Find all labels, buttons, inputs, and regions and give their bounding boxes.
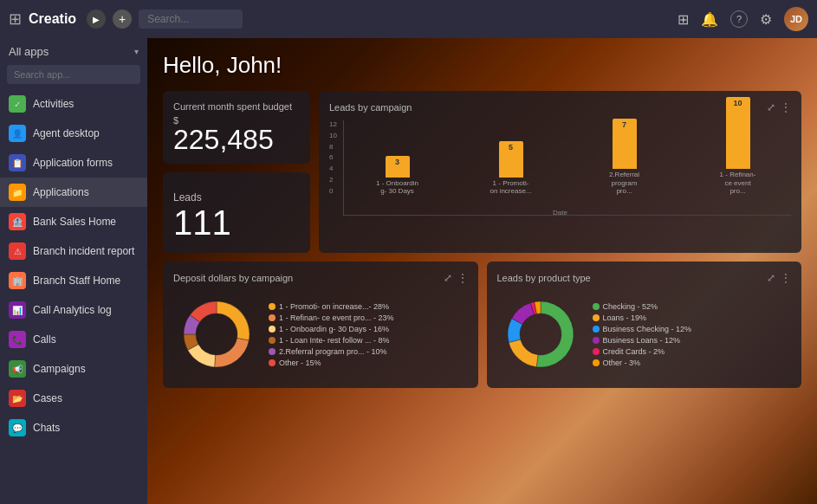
top-navigation: ⊞ Creatio ▶ + ⊞ 🔔 ? ⚙ JD — [0, 0, 817, 38]
sidebar-item-call-analytics[interactable]: 📊 Call Analytics log — [0, 295, 147, 325]
legend-label: 1 - Onboardin g- 30 Days - 16% — [279, 325, 389, 333]
sidebar-item-calls[interactable]: 📞 Calls — [0, 325, 147, 354]
sidebar-icon-call-analytics: 📊 — [9, 301, 26, 319]
product-expand-icon[interactable]: ⤢ — [767, 272, 775, 284]
sidebar-label-branch-staff: Branch Staff Home — [33, 275, 120, 287]
legend-item: 1 - Promoti- on increase...- 28% — [269, 302, 394, 311]
sidebar-label-agent-desktop: Agent desktop — [33, 127, 100, 139]
sidebar-item-chats[interactable]: 💬 Chats — [0, 413, 147, 443]
avatar[interactable]: JD — [784, 7, 808, 31]
deposit-chart-card: Deposit dollars by campaign ⤢ ⋮ — [163, 262, 478, 388]
dashboard-grid: Current month spent budget $ 225,485 Lea… — [163, 91, 801, 388]
legend-item: Loans - 19% — [593, 313, 692, 322]
grid-icon[interactable]: ⊞ — [9, 10, 22, 29]
sidebar-icon-activities: ✓ — [9, 95, 26, 113]
legend-item: Other - 3% — [593, 359, 692, 367]
sidebar-icon-cases: 📂 — [9, 390, 26, 407]
bar-group: 5 1 - Promoti- on increase... — [457, 141, 564, 196]
legend-dot — [269, 303, 276, 310]
product-donut-container: Checking - 52% Loans - 19% Business Chec… — [497, 291, 792, 378]
leads-value: 111 — [173, 204, 300, 242]
deposit-donut-svg — [173, 291, 260, 378]
legend-dot — [593, 359, 600, 366]
donut-segment — [536, 301, 574, 367]
sidebar: All apps ▾ ✓ Activities 👤 Agent desktop … — [0, 38, 147, 504]
bar: 10 — [726, 97, 750, 169]
legend-item: Business Checking - 12% — [593, 325, 692, 333]
sidebar-label-application-forms: Application forms — [33, 157, 113, 169]
sidebar-item-application-forms[interactable]: 📋 Application forms — [0, 148, 147, 178]
product-chart-controls: ⤢ ⋮ — [767, 272, 791, 284]
legend-label: 1 - Refinan- ce event pro... - 23% — [279, 313, 394, 322]
sidebar-item-bank-sales-home[interactable]: 🏦 Bank Sales Home — [0, 207, 147, 236]
sidebar-item-applications[interactable]: 📁 Applications — [0, 178, 147, 207]
budget-card: Current month spent budget $ 225,485 — [163, 91, 310, 164]
legend-item: 1 - Refinan- ce event pro... - 23% — [269, 313, 394, 322]
sidebar-label-calls: Calls — [33, 333, 56, 346]
sidebar-items-list: ✓ Activities 👤 Agent desktop 📋 Applicati… — [0, 89, 147, 504]
legend-dot — [269, 359, 276, 366]
logo-text: Creatio — [29, 11, 76, 27]
deposit-more-icon[interactable]: ⋮ — [457, 272, 468, 284]
deposit-donut-legend: 1 - Promoti- on increase...- 28% 1 - Ref… — [269, 302, 394, 367]
help-icon[interactable]: ? — [730, 10, 748, 28]
search-input[interactable] — [139, 10, 243, 29]
sidebar-label-campaigns: Campaigns — [33, 363, 86, 375]
legend-label: Business Checking - 12% — [603, 325, 692, 333]
sidebar-icon-agent-desktop: 👤 — [9, 125, 26, 142]
legend-dot — [269, 314, 276, 321]
sidebar-search-input[interactable] — [7, 65, 140, 84]
play-button[interactable]: ▶ — [87, 10, 106, 29]
deposit-expand-icon[interactable]: ⤢ — [444, 272, 452, 284]
sidebar-item-branch-incident[interactable]: ⚠ Branch incident report — [0, 236, 147, 266]
all-apps-label: All apps — [9, 45, 49, 58]
sidebar-item-campaigns[interactable]: 📢 Campaigns — [0, 354, 147, 384]
legend-label: Other - 3% — [603, 359, 641, 367]
sidebar-item-agent-desktop[interactable]: 👤 Agent desktop — [0, 119, 147, 148]
product-chart-title: Leads by product type — [497, 273, 591, 283]
bar: 7 — [613, 119, 637, 169]
sidebar-icon-applications: 📁 — [9, 184, 26, 201]
legend-dot — [593, 337, 600, 344]
sidebar-icon-application-forms: 📋 — [9, 154, 26, 171]
bar-label: 1 - Refinan- ce event pro... — [716, 171, 760, 196]
legend-label: Business Loans - 12% — [603, 336, 681, 345]
sidebar-label-chats: Chats — [33, 422, 60, 434]
y-axis: 121086420 — [329, 120, 340, 216]
product-donut-legend: Checking - 52% Loans - 19% Business Chec… — [593, 302, 692, 367]
product-more-icon[interactable]: ⋮ — [781, 272, 791, 284]
legend-label: 2.Referral program pro... - 10% — [279, 347, 387, 356]
deposit-chart-title: Deposit dollars by campaign — [173, 273, 293, 283]
bar-group: 10 1 - Refinan- ce event pro... — [684, 97, 791, 196]
legend-item: Other - 15% — [269, 359, 394, 367]
sidebar-icon-bank-sales-home: 🏦 — [9, 213, 26, 230]
legend-item: 1 - Loan Inte- rest follow ... - 8% — [269, 336, 394, 345]
legend-item: Business Loans - 12% — [593, 336, 692, 345]
main-content-area: Hello, John! Current month spent budget … — [147, 38, 817, 504]
add-button[interactable]: + — [113, 10, 132, 29]
legend-label: 1 - Loan Inte- rest follow ... - 8% — [279, 336, 390, 345]
legend-dot — [269, 337, 276, 344]
product-donut-svg — [497, 291, 584, 378]
sidebar-label-branch-incident: Branch incident report — [33, 245, 134, 257]
legend-label: Credit Cards - 2% — [603, 347, 665, 356]
sidebar-icon-campaigns: 📢 — [9, 360, 26, 378]
bar-label: 1 - Promoti- on increase... — [490, 179, 533, 196]
deposit-chart-controls: ⤢ ⋮ — [444, 272, 468, 284]
legend-dot — [593, 348, 600, 355]
sidebar-label-applications: Applications — [33, 186, 89, 198]
budget-value: 225,485 — [173, 126, 300, 153]
sidebar-item-activities[interactable]: ✓ Activities — [0, 89, 147, 119]
gear-icon[interactable]: ⚙ — [760, 11, 772, 28]
legend-dot — [593, 314, 600, 321]
sidebar-item-branch-staff[interactable]: 🏢 Branch Staff Home — [0, 266, 147, 295]
sidebar-label-activities: Activities — [33, 98, 74, 110]
apps-grid-icon[interactable]: ⊞ — [678, 11, 689, 28]
bar-group: 7 2.Referral program pro... — [571, 119, 678, 196]
bars-container: 3 1 - Onboardin g- 30 Days 5 1 - Promoti… — [343, 120, 791, 216]
donut-segment — [215, 338, 250, 367]
legend-dot — [269, 348, 276, 355]
sidebar-item-cases[interactable]: 📂 Cases — [0, 384, 147, 413]
bell-icon[interactable]: 🔔 — [701, 11, 718, 28]
bar-label: 1 - Onboardin g- 30 Days — [376, 179, 419, 196]
